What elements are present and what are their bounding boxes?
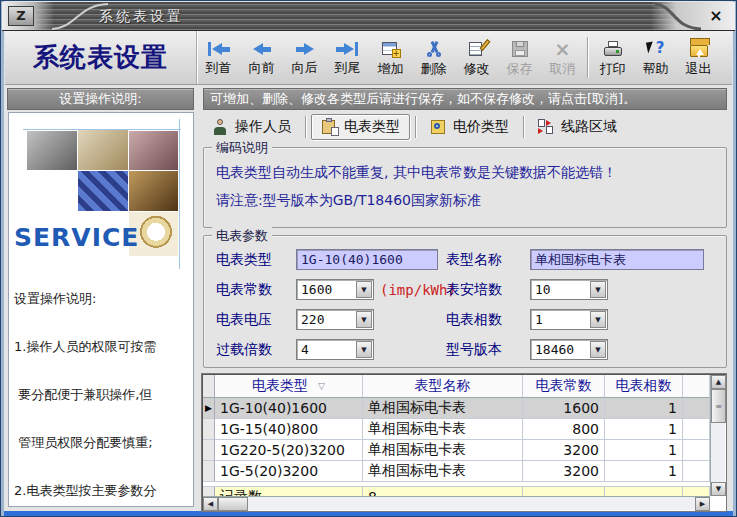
table-row[interactable]: 1G-15(40)800 单相国标电卡表 800 1 bbox=[203, 419, 710, 440]
meter-type-grid: 电表类型▽ 表型名称 电表常数 电表相数 ▶ 1G-10(40)1600 单相国… bbox=[201, 373, 727, 512]
go-first-button[interactable]: 到首 bbox=[197, 31, 240, 84]
grid-body: 电表类型▽ 表型名称 电表常数 电表相数 ▶ 1G-10(40)1600 单相国… bbox=[203, 375, 710, 496]
chevron-down-icon[interactable]: ▼ bbox=[590, 341, 606, 358]
price-type-icon bbox=[430, 119, 447, 135]
save-button: 保存 bbox=[498, 31, 541, 84]
chevron-down-icon[interactable]: ▼ bbox=[590, 281, 606, 298]
scroll-right-button[interactable]: ▶ bbox=[695, 497, 710, 511]
model-name-label: 表型名称 bbox=[446, 251, 530, 269]
record-count-label: 记录数 bbox=[215, 487, 363, 496]
go-next-button[interactable]: 向后 bbox=[283, 31, 326, 84]
table-row[interactable]: 1G-5(20)3200 单相国标电卡表 3200 1 bbox=[203, 461, 710, 482]
sidebar: 设置操作说明: SERVICE 设置操作说明: 1.操作人员的权限可按需 要分配… bbox=[5, 86, 196, 510]
meter-constant-combobox[interactable]: 1600 ▼ bbox=[296, 279, 374, 300]
row-marker-icon: ▶ bbox=[203, 398, 215, 419]
phase-label: 电表相数 bbox=[446, 311, 530, 329]
vertical-scroll-thumb[interactable]: ≡ bbox=[711, 389, 726, 423]
scroll-left-button[interactable]: ◀ bbox=[203, 497, 218, 511]
column-header-phase[interactable]: 电表相数 bbox=[605, 375, 683, 398]
sidebar-body: SERVICE 设置操作说明: 1.操作人员的权限可按需 要分配便于兼职操作,但… bbox=[8, 112, 194, 507]
horizontal-scroll-thumb[interactable] bbox=[218, 497, 248, 511]
edit-record-icon bbox=[467, 41, 487, 57]
meter-params-title: 电表参数 bbox=[212, 227, 272, 245]
service-label: SERVICE bbox=[14, 223, 139, 252]
close-button[interactable]: × bbox=[706, 6, 726, 26]
model-version-combobox[interactable]: 18460 ▼ bbox=[530, 339, 608, 360]
tab-price-type[interactable]: 电价类型 bbox=[421, 115, 518, 139]
vertical-scrollbar[interactable]: ▲ ≡ ▼ bbox=[710, 375, 725, 496]
app-window: Z 系统表设置 × 系统表设置 到首 向前 向后 到尾 bbox=[0, 0, 737, 517]
window-title: 系统表设置 bbox=[99, 8, 184, 26]
meter-type-icon bbox=[321, 119, 338, 135]
save-icon bbox=[510, 41, 530, 57]
record-count-value: 8 bbox=[363, 487, 523, 496]
coding-notes-group: 编码说明 电表类型自动生成不能重复, 其中电表常数是关键数据不能选错！ 请注意:… bbox=[203, 147, 727, 228]
chevron-down-icon[interactable]: ▼ bbox=[590, 311, 606, 328]
delete-record-button[interactable]: 删除 bbox=[412, 31, 455, 84]
tab-line-area[interactable]: 线路区域 bbox=[529, 115, 626, 139]
column-header-meter-type[interactable]: 电表类型▽ bbox=[215, 375, 363, 398]
scroll-down-button[interactable]: ▼ bbox=[711, 482, 726, 496]
column-header-model-name[interactable]: 表型名称 bbox=[363, 375, 523, 398]
overload-combobox[interactable]: 4 ▼ bbox=[296, 339, 374, 360]
chevron-down-icon[interactable]: ▼ bbox=[356, 341, 372, 358]
meter-params-group: 电表参数 电表类型 1G-10(40)1600 表型名称 单相国标电卡表 电表常… bbox=[203, 235, 727, 368]
phase-combobox[interactable]: 1 ▼ bbox=[530, 309, 608, 330]
sidebar-instructions: 设置操作说明: 1.操作人员的权限可按需 要分配便于兼职操作,但 管理员权限分配… bbox=[14, 259, 192, 507]
tab-meter-type[interactable]: 电表类型 bbox=[311, 114, 410, 140]
tab-separator bbox=[305, 116, 306, 138]
coding-notes-title: 编码说明 bbox=[212, 139, 272, 157]
tab-operators[interactable]: 操作人员 bbox=[203, 115, 300, 139]
table-row[interactable]: ▶ 1G-10(40)1600 单相国标电卡表 1600 1 bbox=[203, 398, 710, 419]
tab-bar: 操作人员 电表类型 电价类型 线路区域 bbox=[203, 113, 626, 140]
operator-icon bbox=[212, 119, 229, 135]
instruction-line: 1.操作人员的权限可按需 bbox=[14, 339, 192, 355]
go-previous-icon bbox=[253, 42, 271, 56]
edit-record-button[interactable]: 修改 bbox=[455, 31, 498, 84]
titlebar: Z 系统表设置 × bbox=[2, 2, 735, 31]
horizontal-scrollbar[interactable]: ◀ ▶ bbox=[203, 496, 710, 510]
help-button[interactable]: ? 帮助 bbox=[634, 31, 677, 84]
overload-label: 过载倍数 bbox=[216, 341, 296, 359]
go-first-icon bbox=[207, 42, 230, 56]
add-record-button[interactable]: + 增加 bbox=[369, 31, 412, 84]
delete-record-icon bbox=[424, 41, 444, 57]
scroll-up-button[interactable]: ▲ bbox=[711, 375, 726, 389]
instruction-line: 要分配便于兼职操作,但 bbox=[14, 387, 192, 403]
chevron-down-icon[interactable]: ▼ bbox=[356, 311, 372, 328]
sidebar-header: 设置操作说明: bbox=[7, 88, 194, 110]
voltage-combobox[interactable]: 220 ▼ bbox=[296, 309, 374, 330]
meter-type-field[interactable]: 1G-10(40)1600 bbox=[296, 249, 438, 270]
app-logo-icon: Z bbox=[8, 6, 34, 26]
exit-button[interactable]: 退出 bbox=[677, 31, 720, 84]
titlebar-left-cap: Z bbox=[2, 2, 54, 30]
amperage-combobox[interactable]: 10 ▼ bbox=[530, 279, 608, 300]
table-row[interactable]: 1G220-5(20)3200 单相国标电卡表 3200 1 bbox=[203, 440, 710, 461]
exit-icon bbox=[689, 41, 709, 57]
print-button[interactable]: 打印 bbox=[591, 31, 634, 84]
collage-frame-line bbox=[179, 119, 180, 269]
chevron-down-icon[interactable]: ▼ bbox=[356, 281, 372, 298]
instruction-line: 管理员权限分配要慎重; bbox=[14, 435, 192, 451]
cancel-button: × 取消 bbox=[541, 31, 584, 84]
meter-constant-unit: (imp/kWh) bbox=[380, 282, 456, 298]
go-last-icon bbox=[336, 42, 359, 56]
go-last-button[interactable]: 到尾 bbox=[326, 31, 369, 84]
amperage-label: 表安培数 bbox=[446, 281, 530, 299]
model-version-label: 型号版本 bbox=[446, 341, 530, 359]
coding-note-line1: 电表类型自动生成不能重复, 其中电表常数是关键数据不能选错！ bbox=[216, 164, 617, 182]
photo-tile-pens bbox=[129, 131, 178, 170]
column-header-filler bbox=[683, 375, 710, 398]
photo-tile-keyboard bbox=[78, 171, 128, 211]
instruction-line: 设置操作说明: bbox=[14, 291, 192, 307]
toolbar: 系统表设置 到首 向前 向后 到尾 + 增加 删除 修改 bbox=[5, 31, 732, 85]
go-next-icon bbox=[296, 42, 314, 56]
column-header-constant[interactable]: 电表常数 bbox=[523, 375, 605, 398]
grid-corner bbox=[203, 375, 215, 398]
model-name-field[interactable]: 单相国标电卡表 bbox=[530, 249, 704, 270]
tab-separator bbox=[415, 116, 416, 138]
sort-desc-icon: ▽ bbox=[318, 381, 325, 391]
go-previous-button[interactable]: 向前 bbox=[240, 31, 283, 84]
voltage-label: 电表电压 bbox=[216, 311, 296, 329]
instruction-line: 2.电表类型按主要参数分 bbox=[14, 483, 192, 499]
